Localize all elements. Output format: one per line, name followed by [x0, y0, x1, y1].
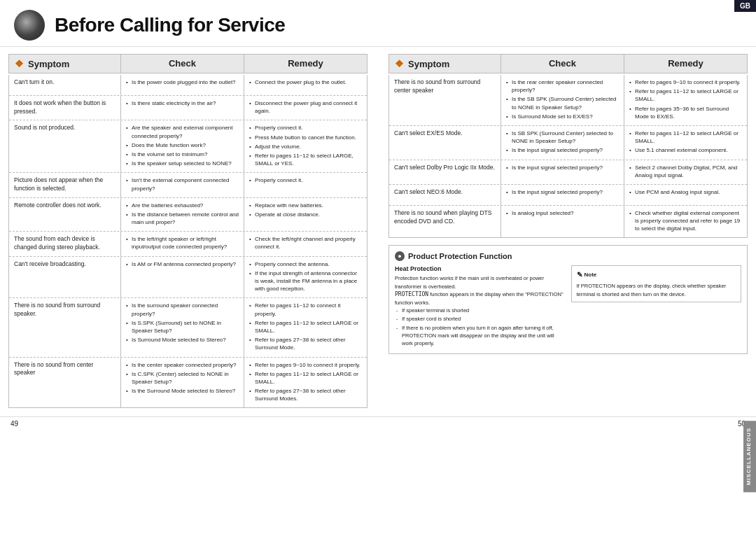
protection-title: ● Product Protection Function [395, 251, 741, 261]
protection-heat-text: Protection function works if the main un… [395, 274, 566, 347]
check-cell: Are the speaker and external component c… [121, 120, 244, 172]
table-row: Can't select Dolby Pro Logic IIx Mode. I… [389, 160, 747, 185]
table-row: Picture does not appear when the functio… [9, 173, 367, 197]
check-cell: Isn't the external component connected p… [121, 173, 244, 197]
note-text: If PROTECTION appears on the display, ch… [577, 282, 736, 298]
symptom-cell: There is no sound from surround center s… [389, 75, 501, 125]
misc-label: MISCELLANEOUS [743, 421, 756, 492]
symptom-cell: Sound is not produced. [9, 120, 121, 172]
left-col-remedy-header: Remedy [244, 55, 367, 73]
symptom-cell: Can't select Dolby Pro Logic IIx Mode. [389, 160, 501, 184]
symptom-cell: Can't turn it on. [9, 75, 121, 95]
symptom-cell: There is no sound from surround speaker. [9, 298, 121, 356]
symptom-cell: Can't receive broadcasting. [9, 257, 121, 298]
table-row: Sound is not produced. Are the speaker a… [9, 120, 367, 173]
symptom-cell: There is no sound from center speaker [9, 358, 121, 408]
remedy-cell: Refer to pages 9~10 to connect it proper… [244, 358, 367, 408]
check-cell: Is the input signal selected properly? [501, 185, 624, 205]
table-row: There is no sound from center speaker Is… [9, 358, 367, 408]
table-row: There is no sound from surround speaker.… [9, 298, 367, 357]
note-title: ✎ Note [577, 269, 736, 280]
table-row: Can't select EX/ES Mode. Is SB SPK (Surr… [389, 126, 747, 160]
table-row: Can't select NEO:6 Mode. Is the input si… [389, 185, 747, 206]
check-cell: Is the rear center speaker connected pro… [501, 75, 624, 125]
protection-bullet-icon: ● [395, 251, 405, 261]
note-icon: ✎ [577, 269, 582, 280]
table-row: There is no sound from surround center s… [389, 75, 747, 126]
symptom-cell: There is no sound when playing DTS encod… [389, 206, 501, 238]
left-table-header: ❖ Symptom Check Remedy [8, 54, 368, 73]
left-table-body: Can't turn it on. Is the power code plug… [8, 75, 368, 408]
check-cell: Are the batteries exhausted? Is the dist… [121, 198, 244, 232]
remedy-cell: Disconnect the power plug and connect it… [244, 96, 367, 120]
protection-body: Heat Protection Protection function work… [395, 265, 741, 348]
right-panel: ❖ Symptom Check Remedy There is no sound… [388, 54, 748, 408]
check-cell: Is there static electricity in the air? [121, 96, 244, 120]
symptom-cell: Remote controller does not work. [9, 198, 121, 232]
check-cell: Is the surround speaker connected proper… [121, 298, 244, 356]
content-area: ❖ Symptom Check Remedy Can't turn it on.… [0, 47, 756, 415]
remedy-cell: Properly connect it. [244, 173, 367, 197]
symptom-icon-left: ❖ [15, 58, 24, 69]
table-row: Can't receive broadcasting. Is AM or FM … [9, 257, 367, 299]
check-cell: Is the power code plugged into the outle… [121, 75, 244, 95]
right-table-header: ❖ Symptom Check Remedy [388, 54, 748, 73]
right-col-check-header: Check [501, 55, 624, 73]
right-col-remedy-header: Remedy [624, 55, 747, 73]
remedy-cell: Use PCM and Analog input signal. [624, 185, 747, 205]
symptom-cell: The sound from each device is changed du… [9, 232, 121, 255]
table-row: Can't turn it on. Is the power code plug… [9, 75, 367, 96]
remedy-cell: Check whether digital external component… [624, 206, 747, 238]
page-wrapper: Before Calling for Service GB ❖ Symptom … [0, 0, 756, 534]
table-row: Remote controller does not work. Are the… [9, 198, 367, 232]
header: Before Calling for Service GB [0, 0, 756, 47]
symptom-cell: It does not work when the button is pres… [9, 96, 121, 120]
page-title: Before Calling for Service [55, 14, 285, 36]
remedy-cell: Refer to pages 11~12 to select LARGE or … [624, 126, 747, 160]
panel-divider [374, 54, 382, 408]
remedy-cell: Replace with new batteries. Operate at c… [244, 198, 367, 232]
check-cell: Is analog input selected? [501, 206, 624, 238]
remedy-cell: Select 2 channel Dolby Digital, PCM, and… [624, 160, 747, 184]
check-cell: Is SB SPK (Surround Center) selected to … [501, 126, 624, 160]
remedy-cell: Refer to pages 9~10 to connect it proper… [624, 75, 747, 125]
symptom-cell: Picture does not appear when the functio… [9, 173, 121, 197]
protection-right: ✎ Note If PROTECTION appears on the disp… [571, 265, 742, 348]
right-table-body: There is no sound from surround center s… [388, 75, 748, 238]
left-col-check-header: Check [121, 55, 244, 73]
remedy-cell: Connect the power plug to the outlet. [244, 75, 367, 95]
table-row: There is no sound when playing DTS encod… [389, 206, 747, 238]
left-panel: ❖ Symptom Check Remedy Can't turn it on.… [8, 54, 368, 408]
table-row: The sound from each device is changed du… [9, 232, 367, 256]
remedy-cell: Properly connect the antenna. If the inp… [244, 257, 367, 298]
page-numbers: 49 50 [0, 416, 756, 430]
page-number-left: 49 [10, 420, 18, 428]
heat-title: Heat Protection [395, 265, 566, 272]
remedy-cell: Properly connect it. Press Mute button t… [244, 120, 367, 172]
check-cell: Is the input signal selected properly? [501, 160, 624, 184]
note-box: ✎ Note If PROTECTION appears on the disp… [571, 265, 742, 302]
protection-left: Heat Protection Protection function work… [395, 265, 566, 348]
logo [14, 10, 45, 41]
check-cell: Is the left/right speaker or left/right … [121, 232, 244, 255]
right-col-symptom-header: ❖ Symptom [389, 55, 501, 73]
check-cell: Is the center speaker connected properly… [121, 358, 244, 408]
remedy-cell: Check the left/right channel and properl… [244, 232, 367, 255]
table-row: It does not work when the button is pres… [9, 96, 367, 120]
check-cell: Is AM or FM antenna connected properly? [121, 257, 244, 298]
symptom-cell: Can't select NEO:6 Mode. [389, 185, 501, 205]
left-col-symptom-header: ❖ Symptom [9, 55, 121, 73]
remedy-cell: Refer to pages 11~12 to connect it prope… [244, 298, 367, 356]
symptom-icon-right: ❖ [395, 58, 404, 69]
gb-badge: GB [734, 0, 756, 12]
protection-section: ● Product Protection Function Heat Prote… [388, 245, 748, 354]
symptom-cell: Can't select EX/ES Mode. [389, 126, 501, 160]
